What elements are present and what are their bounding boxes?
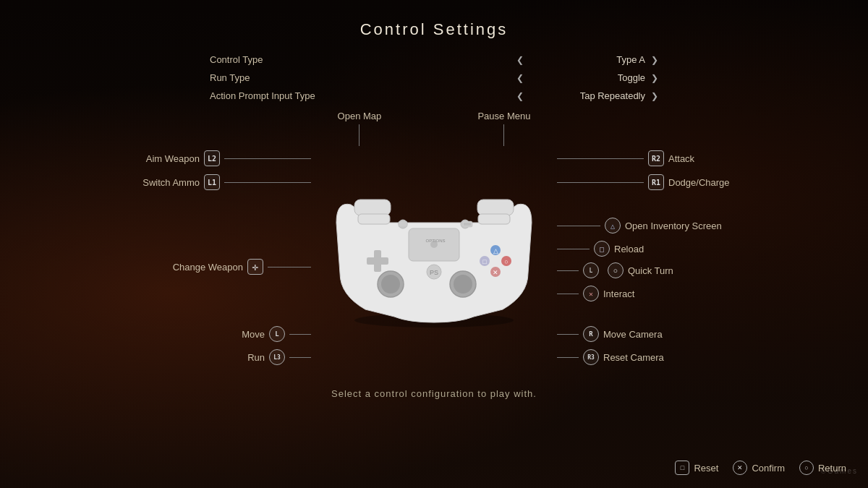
switch-ammo-binding: Switch Ammo L1	[142, 174, 311, 190]
svg-rect-7	[477, 200, 514, 215]
action-prompt-value: Tap Repeatedly	[529, 90, 645, 101]
quick-turn-binding: L ○ Quick Turn	[557, 262, 673, 278]
r-stick-badge: R	[583, 326, 599, 342]
inventory-label: Open Inventory Screen	[625, 221, 722, 231]
move-label: Move	[242, 329, 265, 340]
svg-rect-8	[358, 214, 390, 224]
r1-badge: R1	[648, 174, 664, 190]
move-camera-binding: R Move Camera	[557, 326, 663, 342]
run-label: Run	[247, 352, 265, 363]
reset-camera-label: Reset Camera	[603, 352, 664, 363]
action-prompt-prev[interactable]: ❮	[516, 91, 524, 101]
svg-rect-15	[367, 257, 388, 265]
interact-binding: ✕ Interact	[557, 286, 634, 301]
interact-label: Interact	[603, 288, 634, 299]
reload-binding: □ Reload	[557, 241, 644, 257]
control-type-prev[interactable]: ❮	[516, 55, 524, 65]
r-circle-badge: ○	[608, 262, 624, 278]
svg-text:□: □	[482, 258, 487, 265]
l1-badge: L1	[204, 174, 220, 190]
controller-image: △ ○ □ ✕ PS OPTIONS	[322, 165, 546, 331]
l2-badge: L2	[204, 150, 220, 166]
run-type-next[interactable]: ❯	[651, 73, 658, 83]
left-labels: Aim Weapon L2 Switch Ammo L1 Change Weap…	[36, 111, 311, 385]
setting-row-run-type: Run Type ❮ Toggle ❯	[203, 69, 665, 87]
svg-rect-9	[478, 214, 510, 224]
svg-point-19	[454, 275, 472, 294]
dpad-badge: ✛	[247, 259, 263, 275]
controller-section: Aim Weapon L2 Switch Ammo L1 Change Weap…	[36, 111, 832, 385]
run-type-value: Toggle	[529, 72, 645, 83]
attack-binding: R2 Attack	[557, 150, 694, 166]
l3-badge: L3	[269, 349, 285, 365]
action-prompt-label: Action Prompt Input Type	[210, 90, 516, 101]
r3-badge: R3	[583, 349, 599, 365]
right-labels: R2 Attack R1 Dodge/Charge △ Open Invento…	[557, 111, 832, 385]
pause-menu-label: Pause Menu	[477, 111, 530, 121]
svg-rect-32	[462, 221, 472, 227]
cross-badge: ✕	[583, 286, 599, 301]
setting-row-control-type: Control Type ❮ Type A ❯	[203, 51, 665, 69]
aim-weapon-label: Aim Weapon	[146, 153, 200, 164]
control-type-value: Type A	[529, 54, 645, 65]
move-binding: Move L	[242, 326, 311, 342]
svg-rect-6	[354, 200, 391, 215]
svg-text:△: △	[493, 247, 498, 254]
status-bar: Select a control configuration to play w…	[331, 388, 537, 399]
action-prompt-next[interactable]: ❯	[651, 91, 658, 101]
triangle-badge: △	[605, 218, 621, 234]
control-type-label: Control Type	[210, 54, 516, 65]
run-type-prev[interactable]: ❮	[516, 73, 524, 83]
r2-badge: R2	[648, 150, 664, 166]
reload-label: Reload	[614, 244, 644, 254]
dodge-label: Dodge/Charge	[668, 177, 730, 188]
change-weapon-binding: Change Weapon ✛	[173, 259, 311, 275]
l-stick-badge: L	[269, 326, 285, 342]
attack-label: Attack	[668, 153, 694, 164]
pause-menu-binding: Pause Menu	[477, 111, 530, 146]
svg-text:✕: ✕	[493, 269, 498, 276]
aim-weapon-binding: Aim Weapon L2	[146, 150, 311, 166]
page-title: Control Settings	[360, 20, 509, 39]
svg-text:○: ○	[504, 258, 508, 265]
setting-row-action-prompt: Action Prompt Input Type ❮ Tap Repeatedl…	[203, 87, 665, 105]
dodge-binding: R1 Dodge/Charge	[557, 174, 730, 190]
run-type-label: Run Type	[210, 72, 516, 83]
top-bindings: Open Map Pause Menu	[289, 111, 579, 146]
svg-text:PS: PS	[430, 269, 438, 276]
open-map-binding: Open Map	[338, 111, 382, 146]
inventory-binding: △ Open Inventory Screen	[557, 218, 722, 234]
control-type-next[interactable]: ❯	[651, 55, 658, 65]
square-badge: □	[594, 241, 610, 257]
move-camera-label: Move Camera	[603, 329, 663, 340]
switch-ammo-label: Switch Ammo	[142, 177, 200, 188]
reset-camera-binding: R3 Reset Camera	[557, 349, 664, 365]
l-circle-badge: L	[583, 262, 599, 278]
svg-rect-12	[399, 221, 407, 227]
quick-turn-label: Quick Turn	[628, 265, 673, 276]
run-binding: Run L3	[247, 349, 311, 365]
change-weapon-label: Change Weapon	[173, 262, 243, 273]
svg-point-17	[381, 275, 400, 294]
open-map-label: Open Map	[338, 111, 382, 121]
svg-text:OPTIONS: OPTIONS	[425, 239, 445, 243]
settings-panel: Control Type ❮ Type A ❯ Run Type ❮ Toggl…	[203, 51, 665, 105]
